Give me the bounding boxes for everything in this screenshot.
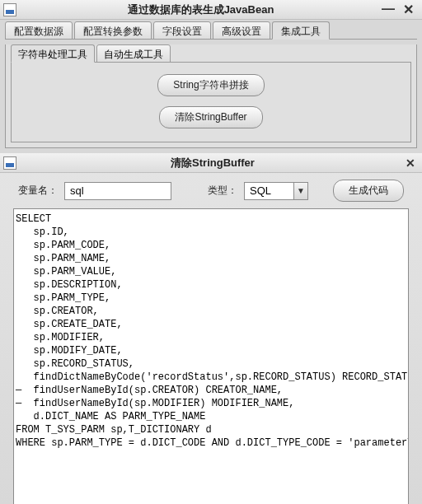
main-frame: 配置数据源 配置转换参数 字段设置 高级设置 集成工具 字符串处理工具 自动生成… bbox=[0, 20, 422, 153]
type-input[interactable] bbox=[244, 182, 293, 200]
tab-transform-params[interactable]: 配置转换参数 bbox=[74, 21, 152, 40]
type-label: 类型： bbox=[208, 184, 237, 198]
inner-title-bar: 清除StringBuffer ✕ bbox=[0, 153, 422, 173]
sub-tabs: 字符串处理工具 自动生成工具 bbox=[11, 44, 411, 63]
inner-close-button[interactable]: ✕ bbox=[406, 156, 415, 170]
app-icon bbox=[3, 3, 16, 16]
tab-body: 字符串处理工具 自动生成工具 String字符串拼接 清除StringBuffe… bbox=[5, 44, 417, 148]
tab-field-settings[interactable]: 字段设置 bbox=[153, 21, 211, 40]
string-concat-button[interactable]: String字符串拼接 bbox=[157, 74, 264, 96]
clear-stringbuffer-button[interactable]: 清除StringBuffer bbox=[159, 106, 262, 128]
type-dropdown-button[interactable]: ▼ bbox=[293, 182, 308, 200]
main-tabs: 配置数据源 配置转换参数 字段设置 高级设置 集成工具 bbox=[5, 21, 417, 40]
var-label: 变量名： bbox=[18, 184, 58, 198]
type-combo[interactable]: ▼ bbox=[244, 182, 308, 200]
title-bar: 通过数据库的表生成JavaBean bbox=[0, 0, 422, 20]
window-title: 通过数据库的表生成JavaBean bbox=[20, 2, 382, 17]
tab-datasource[interactable]: 配置数据源 bbox=[5, 21, 73, 40]
sub-body: String字符串拼接 清除StringBuffer bbox=[11, 63, 411, 142]
control-row: 变量名： 类型： ▼ 生成代码 bbox=[5, 173, 417, 208]
inner-app-icon bbox=[3, 156, 16, 170]
tab-integration-tools[interactable]: 集成工具 bbox=[272, 21, 330, 40]
sql-editor[interactable]: SELECT sp.ID, sp.PARM_CODE, sp.PARM_NAME… bbox=[13, 208, 409, 504]
var-name-input[interactable] bbox=[64, 182, 171, 200]
generate-code-button[interactable]: 生成代码 bbox=[333, 180, 404, 202]
minimize-button[interactable] bbox=[382, 2, 395, 17]
subtab-auto-gen[interactable]: 自动生成工具 bbox=[96, 44, 171, 63]
subtab-string-tools[interactable]: 字符串处理工具 bbox=[11, 44, 95, 63]
lower-panel: 变量名： 类型： ▼ 生成代码 SELECT sp.ID, sp.PARM_CO… bbox=[0, 173, 422, 504]
close-button[interactable] bbox=[403, 2, 414, 17]
tab-advanced[interactable]: 高级设置 bbox=[213, 21, 270, 40]
window-buttons bbox=[382, 2, 414, 17]
inner-window-title: 清除StringBuffer bbox=[20, 156, 406, 170]
